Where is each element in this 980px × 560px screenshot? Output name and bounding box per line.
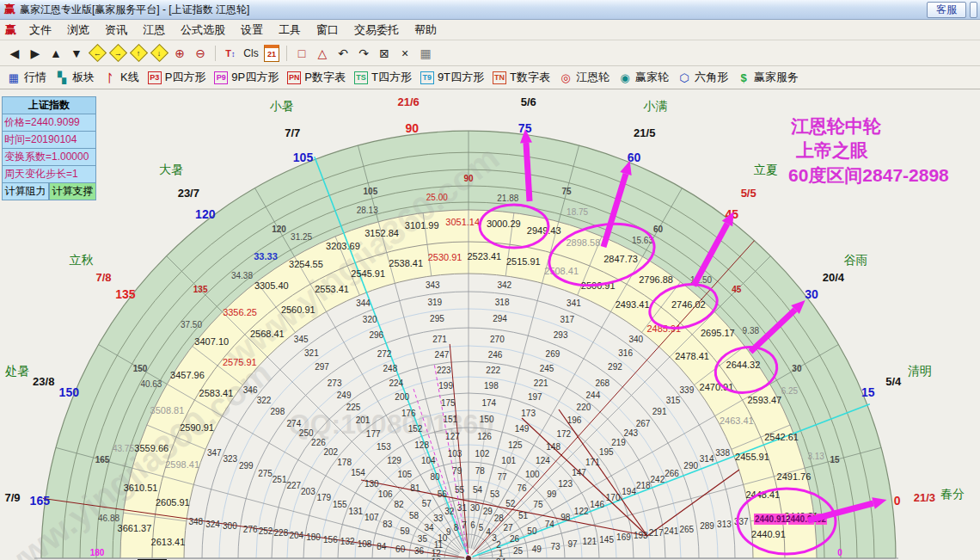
toolbar: ◀▶▲▼←→↑↓⊕⊖T↕Cls21□△↶↷⊠×▦ <box>0 40 980 66</box>
svg-text:194: 194 <box>622 487 636 496</box>
svg-text:135: 135 <box>193 285 208 294</box>
svg-text:176: 176 <box>401 409 416 418</box>
down-icon[interactable]: ▼ <box>67 44 86 63</box>
feature-PN-button[interactable]: PNP数字表 <box>284 68 351 87</box>
svg-text:180: 180 <box>90 548 105 557</box>
service-button[interactable]: 客服 <box>927 2 966 18</box>
square-tool-icon[interactable]: □ <box>292 44 311 63</box>
svg-text:150: 150 <box>480 415 494 424</box>
svg-text:58: 58 <box>409 511 420 520</box>
menu-item-4[interactable]: 公式选股 <box>173 21 233 40</box>
menu-item-5[interactable]: 设置 <box>233 21 271 40</box>
svg-text:321: 321 <box>304 348 319 358</box>
svg-text:273: 273 <box>328 378 342 388</box>
feature-target-button[interactable]: ◎江恩轮 <box>555 68 615 87</box>
svg-text:5/5: 5/5 <box>741 187 756 200</box>
clear-chart-icon[interactable]: ▦ <box>416 44 435 63</box>
center-cross-icon[interactable]: × <box>395 44 414 63</box>
xbox-icon[interactable]: ⊠ <box>375 44 394 63</box>
P9-icon: P9 <box>214 71 228 84</box>
svg-text:272: 272 <box>377 349 392 359</box>
cls-icon[interactable]: Cls <box>242 44 260 63</box>
diamond-up-icon[interactable]: ↑ <box>129 44 148 63</box>
feature-T9-button[interactable]: T99T四方形 <box>417 68 489 87</box>
svg-text:3203.69: 3203.69 <box>326 241 360 251</box>
svg-text:200: 200 <box>395 392 409 402</box>
step-row: 周天变化步长=1 <box>2 166 96 183</box>
zoom-in-icon[interactable]: ⊕ <box>170 44 189 63</box>
zoom-out-icon[interactable]: ⊖ <box>191 44 210 63</box>
svg-text:3000.29: 3000.29 <box>487 218 521 229</box>
prev-icon[interactable]: ◀ <box>5 44 24 63</box>
t-updown-icon[interactable]: T↕ <box>221 44 240 63</box>
svg-text:46.88: 46.88 <box>98 514 119 523</box>
svg-text:21/6: 21/6 <box>398 95 420 108</box>
svg-text:101: 101 <box>501 456 516 465</box>
rotate-cw-icon[interactable]: ↷ <box>354 44 373 63</box>
svg-text:316: 316 <box>618 348 633 358</box>
feature-grid-button[interactable]: ▦行情 <box>3 68 52 87</box>
svg-text:295: 295 <box>430 314 444 323</box>
svg-text:2568.41: 2568.41 <box>250 329 285 339</box>
menu-item-6[interactable]: 工具 <box>271 21 309 40</box>
svg-text:198: 198 <box>484 381 499 391</box>
svg-text:81: 81 <box>410 483 420 493</box>
feature-dollar-button[interactable]: $赢家服务 <box>733 68 804 87</box>
svg-text:6: 6 <box>470 520 475 530</box>
menu-item-3[interactable]: 江恩 <box>135 21 173 40</box>
feature-TS-button[interactable]: TST四方形 <box>351 68 417 87</box>
menu-item-0[interactable]: 文件 <box>21 21 59 40</box>
feature-blocks-button[interactable]: ▚板块 <box>52 68 100 87</box>
svg-text:340: 340 <box>628 335 643 344</box>
svg-text:3254.55: 3254.55 <box>289 259 323 269</box>
annotation-line-1: 江恩轮中轮 <box>791 114 881 138</box>
diamond-down-icon[interactable]: ↓ <box>150 44 168 63</box>
feature-TN-button[interactable]: TNT数字表 <box>489 68 555 87</box>
coef-row: 变换系数=1.00000 <box>2 149 96 166</box>
svg-text:123: 123 <box>558 479 573 489</box>
up-icon[interactable]: ▲ <box>46 44 65 63</box>
svg-text:265: 265 <box>679 525 694 534</box>
menu-item-2[interactable]: 资讯 <box>97 21 135 40</box>
feature-kline-button[interactable]: ᛚK线 <box>100 68 144 87</box>
TS-icon: TS <box>354 71 368 84</box>
svg-text:178: 178 <box>337 458 352 467</box>
diamond-left-icon[interactable]: ← <box>88 44 107 63</box>
diamond-right-icon[interactable]: → <box>108 44 127 63</box>
svg-text:99: 99 <box>547 489 557 499</box>
triangle-tool-icon[interactable]: △ <box>313 44 332 63</box>
menu-item-8[interactable]: 交易委托 <box>346 21 407 40</box>
svg-text:27: 27 <box>503 523 513 532</box>
dollar-icon: $ <box>737 71 750 84</box>
next-icon[interactable]: ▶ <box>26 44 45 63</box>
feature-P9-button[interactable]: P99P四方形 <box>211 68 284 87</box>
svg-text:244: 244 <box>586 391 601 400</box>
rotate-ccw-icon[interactable]: ↶ <box>334 44 352 63</box>
svg-text:2583.41: 2583.41 <box>199 388 234 398</box>
partial-button[interactable] <box>970 2 977 18</box>
svg-text:29: 29 <box>483 507 493 516</box>
svg-text:51: 51 <box>518 511 529 520</box>
calc-resistance-button[interactable]: 计算阻力 <box>2 183 49 200</box>
menu-item-1[interactable]: 浏览 <box>59 21 97 40</box>
svg-text:173: 173 <box>521 409 536 418</box>
svg-text:52: 52 <box>505 499 516 508</box>
svg-text:7: 7 <box>462 520 467 530</box>
svg-text:289: 289 <box>700 521 714 531</box>
svg-text:5: 5 <box>479 523 484 532</box>
feature-hexagon-button[interactable]: ⬡六角形 <box>674 68 733 87</box>
calendar-icon[interactable]: 21 <box>262 44 281 63</box>
menu-item-7[interactable]: 窗口 <box>309 21 346 40</box>
menu-item-9[interactable]: 帮助 <box>407 21 444 40</box>
svg-text:291: 291 <box>652 407 667 416</box>
feature-P3-button[interactable]: P3P四方形 <box>144 68 211 87</box>
svg-text:3559.66: 3559.66 <box>134 443 168 453</box>
svg-text:220: 220 <box>577 403 591 412</box>
svg-text:小暑: 小暑 <box>270 99 294 113</box>
svg-text:105: 105 <box>293 151 314 164</box>
svg-text:谷雨: 谷雨 <box>844 253 868 267</box>
calc-support-button[interactable]: 计算支撑 <box>49 183 96 200</box>
svg-text:2538.41: 2538.41 <box>389 258 423 268</box>
feature-big-wheel-button[interactable]: ◉赢家轮 <box>615 68 674 87</box>
app-logo-icon: 赢 <box>4 2 15 17</box>
